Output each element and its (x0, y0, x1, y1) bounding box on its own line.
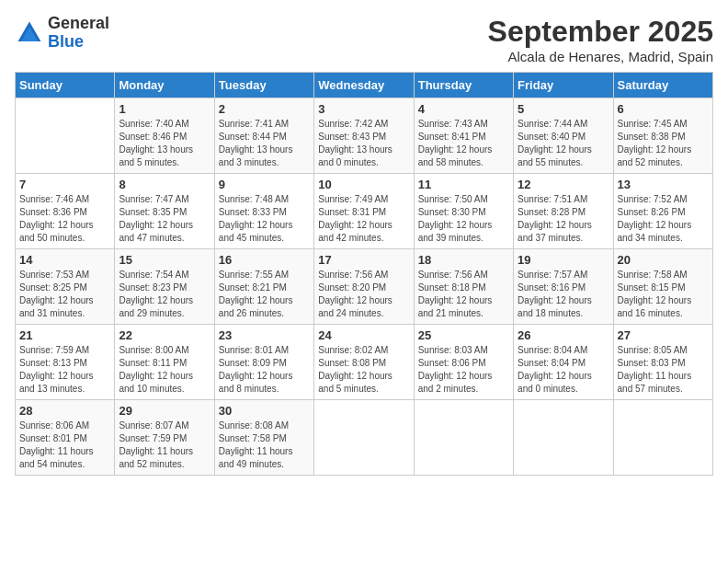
day-cell (613, 400, 712, 476)
day-cell: 19Sunrise: 7:57 AM Sunset: 8:16 PM Dayli… (514, 249, 613, 325)
column-header-sunday: Sunday (16, 73, 115, 98)
day-number: 16 (219, 253, 310, 267)
day-cell: 1Sunrise: 7:40 AM Sunset: 8:46 PM Daylig… (115, 98, 214, 174)
day-cell: 29Sunrise: 8:07 AM Sunset: 7:59 PM Dayli… (115, 400, 214, 476)
day-number: 9 (219, 178, 310, 191)
day-number: 1 (119, 102, 210, 116)
column-header-thursday: Thursday (414, 73, 513, 98)
calendar-header-row: SundayMondayTuesdayWednesdayThursdayFrid… (16, 73, 713, 98)
column-header-monday: Monday (115, 73, 214, 98)
day-info: Sunrise: 7:40 AM Sunset: 8:46 PM Dayligh… (119, 118, 210, 169)
day-info: Sunrise: 7:51 AM Sunset: 8:28 PM Dayligh… (518, 193, 609, 245)
day-info: Sunrise: 7:47 AM Sunset: 8:35 PM Dayligh… (119, 193, 210, 245)
day-cell (314, 400, 414, 476)
day-number: 20 (618, 253, 709, 267)
day-number: 12 (518, 178, 609, 191)
day-number: 27 (618, 328, 709, 342)
day-cell: 13Sunrise: 7:52 AM Sunset: 8:26 PM Dayli… (613, 174, 712, 249)
day-info: Sunrise: 8:01 AM Sunset: 8:09 PM Dayligh… (219, 344, 310, 396)
month-title: September 2025 (488, 15, 713, 49)
day-number: 26 (518, 328, 609, 342)
day-number: 19 (518, 253, 609, 267)
day-number: 13 (618, 178, 709, 191)
day-number: 24 (318, 328, 409, 342)
day-number: 10 (318, 178, 409, 191)
week-row-5: 28Sunrise: 8:06 AM Sunset: 8:01 PM Dayli… (16, 400, 713, 476)
day-cell (16, 98, 115, 174)
day-cell: 8Sunrise: 7:47 AM Sunset: 8:35 PM Daylig… (115, 174, 214, 249)
day-number: 4 (418, 102, 509, 116)
day-cell: 27Sunrise: 8:05 AM Sunset: 8:03 PM Dayli… (613, 325, 712, 400)
day-info: Sunrise: 7:41 AM Sunset: 8:44 PM Dayligh… (219, 118, 310, 169)
day-number: 22 (119, 328, 210, 342)
day-number: 6 (618, 102, 709, 116)
day-cell: 2Sunrise: 7:41 AM Sunset: 8:44 PM Daylig… (214, 98, 313, 174)
day-number: 15 (119, 253, 210, 267)
day-cell: 14Sunrise: 7:53 AM Sunset: 8:25 PM Dayli… (16, 249, 115, 325)
day-cell: 12Sunrise: 7:51 AM Sunset: 8:28 PM Dayli… (514, 174, 613, 249)
day-cell: 24Sunrise: 8:02 AM Sunset: 8:08 PM Dayli… (314, 325, 414, 400)
day-info: Sunrise: 7:54 AM Sunset: 8:23 PM Dayligh… (119, 269, 210, 320)
column-header-tuesday: Tuesday (214, 73, 313, 98)
day-cell: 4Sunrise: 7:43 AM Sunset: 8:41 PM Daylig… (414, 98, 513, 174)
logo-blue-text: Blue (48, 32, 84, 51)
day-info: Sunrise: 7:52 AM Sunset: 8:26 PM Dayligh… (618, 193, 709, 245)
day-info: Sunrise: 7:53 AM Sunset: 8:25 PM Dayligh… (19, 269, 110, 320)
week-row-3: 14Sunrise: 7:53 AM Sunset: 8:25 PM Dayli… (16, 249, 713, 325)
day-cell: 10Sunrise: 7:49 AM Sunset: 8:31 PM Dayli… (314, 174, 414, 249)
day-info: Sunrise: 7:57 AM Sunset: 8:16 PM Dayligh… (518, 269, 609, 320)
day-cell: 20Sunrise: 7:58 AM Sunset: 8:15 PM Dayli… (613, 249, 712, 325)
day-info: Sunrise: 8:04 AM Sunset: 8:04 PM Dayligh… (518, 344, 609, 396)
day-number: 18 (418, 253, 509, 267)
calendar-table: SundayMondayTuesdayWednesdayThursdayFrid… (15, 72, 713, 476)
day-info: Sunrise: 7:42 AM Sunset: 8:43 PM Dayligh… (318, 118, 409, 169)
week-row-2: 7Sunrise: 7:46 AM Sunset: 8:36 PM Daylig… (16, 174, 713, 249)
day-number: 29 (119, 404, 210, 418)
day-info: Sunrise: 7:58 AM Sunset: 8:15 PM Dayligh… (618, 269, 709, 320)
day-cell: 22Sunrise: 8:00 AM Sunset: 8:11 PM Dayli… (115, 325, 214, 400)
day-cell: 16Sunrise: 7:55 AM Sunset: 8:21 PM Dayli… (214, 249, 313, 325)
day-cell: 30Sunrise: 8:08 AM Sunset: 7:58 PM Dayli… (214, 400, 313, 476)
day-number: 25 (418, 328, 509, 342)
day-info: Sunrise: 7:44 AM Sunset: 8:40 PM Dayligh… (518, 118, 609, 169)
day-info: Sunrise: 7:59 AM Sunset: 8:13 PM Dayligh… (19, 344, 110, 396)
day-info: Sunrise: 7:46 AM Sunset: 8:36 PM Dayligh… (19, 193, 110, 245)
day-cell: 7Sunrise: 7:46 AM Sunset: 8:36 PM Daylig… (16, 174, 115, 249)
column-header-saturday: Saturday (613, 73, 712, 98)
day-cell (414, 400, 513, 476)
day-number: 11 (418, 178, 509, 191)
day-cell: 23Sunrise: 8:01 AM Sunset: 8:09 PM Dayli… (214, 325, 313, 400)
day-info: Sunrise: 7:43 AM Sunset: 8:41 PM Dayligh… (418, 118, 509, 169)
day-cell: 21Sunrise: 7:59 AM Sunset: 8:13 PM Dayli… (16, 325, 115, 400)
day-number: 14 (19, 253, 110, 267)
week-row-1: 1Sunrise: 7:40 AM Sunset: 8:46 PM Daylig… (16, 98, 713, 174)
day-info: Sunrise: 8:02 AM Sunset: 8:08 PM Dayligh… (318, 344, 409, 396)
day-cell: 17Sunrise: 7:56 AM Sunset: 8:20 PM Dayli… (314, 249, 414, 325)
day-info: Sunrise: 7:56 AM Sunset: 8:20 PM Dayligh… (318, 269, 409, 320)
day-cell: 26Sunrise: 8:04 AM Sunset: 8:04 PM Dayli… (514, 325, 613, 400)
title-area: September 2025 Alcala de Henares, Madrid… (488, 15, 713, 64)
calendar-body: 1Sunrise: 7:40 AM Sunset: 8:46 PM Daylig… (16, 98, 713, 476)
day-info: Sunrise: 7:56 AM Sunset: 8:18 PM Dayligh… (418, 269, 509, 320)
day-cell: 6Sunrise: 7:45 AM Sunset: 8:38 PM Daylig… (613, 98, 712, 174)
logo: General Blue (15, 15, 109, 52)
day-cell (514, 400, 613, 476)
day-cell: 5Sunrise: 7:44 AM Sunset: 8:40 PM Daylig… (514, 98, 613, 174)
column-header-friday: Friday (514, 73, 613, 98)
day-number: 30 (219, 404, 310, 418)
column-header-wednesday: Wednesday (314, 73, 414, 98)
day-number: 17 (318, 253, 409, 267)
day-info: Sunrise: 8:08 AM Sunset: 7:58 PM Dayligh… (219, 419, 310, 471)
week-row-4: 21Sunrise: 7:59 AM Sunset: 8:13 PM Dayli… (16, 325, 713, 400)
day-number: 3 (318, 102, 409, 116)
location-title: Alcala de Henares, Madrid, Spain (488, 49, 713, 64)
day-info: Sunrise: 7:45 AM Sunset: 8:38 PM Dayligh… (618, 118, 709, 169)
day-cell: 9Sunrise: 7:48 AM Sunset: 8:33 PM Daylig… (214, 174, 313, 249)
day-cell: 11Sunrise: 7:50 AM Sunset: 8:30 PM Dayli… (414, 174, 513, 249)
day-number: 7 (19, 178, 110, 191)
day-info: Sunrise: 7:55 AM Sunset: 8:21 PM Dayligh… (219, 269, 310, 320)
day-number: 5 (518, 102, 609, 116)
day-number: 8 (119, 178, 210, 191)
day-cell: 18Sunrise: 7:56 AM Sunset: 8:18 PM Dayli… (414, 249, 513, 325)
header: General Blue September 2025 Alcala de He… (15, 15, 713, 64)
